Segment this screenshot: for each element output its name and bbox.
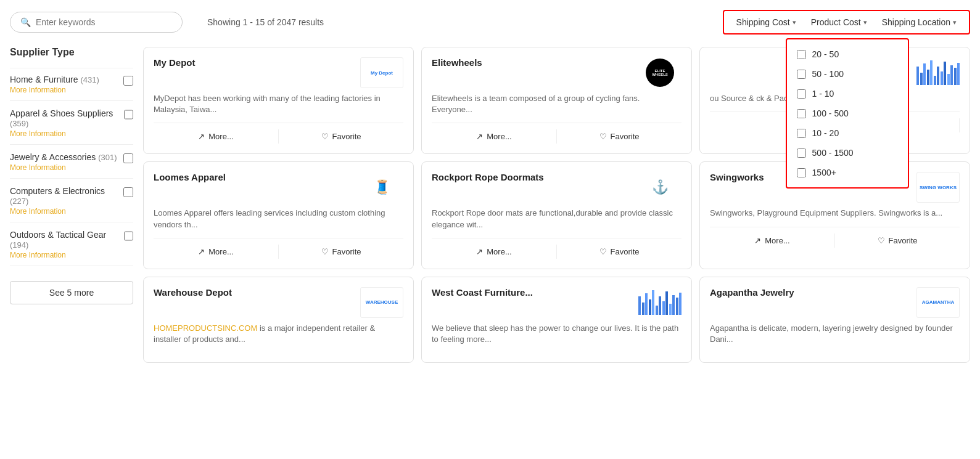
product-logo: 🧵 <box>360 172 403 203</box>
product-card: My DepotMy DepotMyDepot has been working… <box>143 47 414 154</box>
dropdown-checkbox[interactable] <box>797 50 806 59</box>
sidebar-item-more-link[interactable]: More Information <box>10 207 123 216</box>
product-card: West Coast Furniture...We believe that s… <box>421 277 692 363</box>
sidebar-item-checkbox[interactable] <box>123 187 133 197</box>
more-label: More... <box>208 132 233 141</box>
product-name: West Coast Furniture... <box>432 287 533 298</box>
product-description: Elitewheels is a team composed of a grou… <box>432 93 681 115</box>
external-link-icon: ↗ <box>754 236 761 245</box>
dropdown-option-label: 20 - 50 <box>812 49 839 59</box>
sidebar-divider <box>10 68 133 68</box>
sidebar-divider <box>10 178 133 179</box>
favorite-button[interactable]: ♡Favorite <box>557 245 681 259</box>
product-card: Agapantha JewelryAGAMANTHAAgapantha is d… <box>699 277 970 363</box>
sidebar-filter-item: Home & Furniture (431)More Information <box>10 75 133 101</box>
chevron-down-icon: ▾ <box>953 18 957 26</box>
more-label: More... <box>765 236 789 245</box>
product-card: Warehouse DepotWAREHOUSEHOMEPRODUCTSINC.… <box>143 277 414 363</box>
sidebar-item-checkbox[interactable] <box>123 153 133 163</box>
product-logo: ELITE WHEELS <box>638 57 681 88</box>
more-button[interactable]: ↗More... <box>154 245 279 259</box>
dropdown-checkbox[interactable] <box>797 129 806 138</box>
sidebar-title: Supplier Type <box>10 47 133 58</box>
product-card-header: Loomes Apparel🧵 <box>154 172 403 203</box>
sidebar-item-checkbox[interactable] <box>124 110 133 120</box>
shipping-location-filter[interactable]: Shipping Location ▾ <box>877 15 961 30</box>
sidebar-item-more-link[interactable]: More Information <box>10 86 99 94</box>
product-logo <box>916 57 960 88</box>
sidebar-item-count: (359) <box>10 119 28 128</box>
dropdown-item[interactable]: 10 - 20 <box>787 123 908 143</box>
sidebar-item-checkbox[interactable] <box>123 76 133 86</box>
favorite-button[interactable]: ♡Favorite <box>835 234 960 248</box>
product-logo: My Depot <box>360 57 403 88</box>
sidebar-item-count: (194) <box>10 240 28 250</box>
dropdown-checkbox[interactable] <box>797 70 806 79</box>
search-input[interactable] <box>36 17 172 27</box>
external-link-icon: ↗ <box>476 247 483 256</box>
favorite-button[interactable]: ♡Favorite <box>557 129 681 144</box>
sidebar-divider <box>10 222 133 222</box>
dropdown-item[interactable]: 500 - 1500 <box>787 143 908 163</box>
dropdown-option-label: 50 - 100 <box>812 69 844 79</box>
sidebar-item-label: Home & Furniture (431) <box>10 75 99 84</box>
favorite-label: Favorite <box>889 236 918 245</box>
sidebar-item-label: Jewelry & Accessories (301) <box>10 152 117 162</box>
favorite-label: Favorite <box>611 247 640 256</box>
product-actions: ↗More...♡Favorite <box>154 238 403 259</box>
more-button[interactable]: ↗More... <box>154 129 279 144</box>
sidebar-item-row: Home & Furniture (431)More Information <box>10 75 133 94</box>
dropdown-checkbox[interactable] <box>797 148 806 158</box>
see-more-button[interactable]: See 5 more <box>10 281 133 304</box>
product-name: Agapantha Jewelry <box>710 287 794 298</box>
external-link-icon: ↗ <box>198 132 205 141</box>
shipping-cost-filter[interactable]: Shipping Cost ▾ <box>731 15 801 30</box>
sidebar-item-more-link[interactable]: More Information <box>10 163 117 172</box>
favorite-button[interactable]: ♡Favorite <box>279 245 403 259</box>
dropdown-checkbox[interactable] <box>797 89 806 99</box>
favorite-button[interactable]: ♡Favorite <box>279 129 403 144</box>
dropdown-item[interactable]: 1 - 10 <box>787 84 908 104</box>
product-description: Rockport Rope door mats are functional,d… <box>432 208 681 230</box>
sidebar-filter-item: Apparel & Shoes Suppliers (359)More Info… <box>10 108 133 145</box>
product-actions: ↗More...♡Favorite <box>432 238 681 259</box>
dropdown-item[interactable]: 20 - 50 <box>787 44 908 64</box>
product-name: Rockport Rope Doormats <box>432 172 544 182</box>
sidebar-item-label: Apparel & Shoes Suppliers (359) <box>10 108 124 128</box>
sidebar-item-row: Computers & Electronics (227)More Inform… <box>10 186 133 216</box>
product-description: Loomes Apparel offers leading services i… <box>154 208 403 230</box>
product-card-header: Agapantha JewelryAGAMANTHA <box>710 287 960 318</box>
product-logo: ⚓ <box>638 172 681 203</box>
sidebar-item-count: (301) <box>98 153 117 162</box>
dropdown-checkbox[interactable] <box>797 109 806 118</box>
product-card-header: West Coast Furniture... <box>432 287 681 318</box>
product-card: Loomes Apparel🧵Loomes Apparel offers lea… <box>143 161 414 269</box>
dropdown-item[interactable]: 100 - 500 <box>787 104 908 123</box>
more-button[interactable]: ↗More... <box>432 129 557 144</box>
dropdown-item[interactable]: 1500+ <box>787 163 908 182</box>
dropdown-option-label: 1 - 10 <box>812 89 834 99</box>
sidebar-item-checkbox[interactable] <box>124 231 134 241</box>
product-cost-dropdown: 20 - 5050 - 1001 - 10100 - 50010 - 20500… <box>786 38 909 189</box>
product-actions: ↗More...♡Favorite <box>710 227 960 248</box>
dropdown-option-label: 1500+ <box>812 168 836 177</box>
product-cost-filter[interactable]: Product Cost ▾ <box>806 15 872 30</box>
product-actions: ↗More...♡Favorite <box>432 123 681 144</box>
product-card: Rockport Rope Doormats⚓Rockport Rope doo… <box>421 161 692 269</box>
dropdown-checkbox[interactable] <box>797 168 806 177</box>
more-button[interactable]: ↗More... <box>432 245 557 259</box>
product-description: MyDepot has been working with many of th… <box>154 93 403 115</box>
product-name: Swingworks <box>710 172 764 182</box>
sidebar-item-more-link[interactable]: More Information <box>10 129 124 138</box>
product-card: ElitewheelsELITE WHEELSElitewheels is a … <box>421 47 692 154</box>
chevron-down-icon: ▾ <box>863 18 867 26</box>
product-logo: SWING WORKS <box>916 172 960 203</box>
sidebar-divider <box>10 100 133 101</box>
favorite-label: Favorite <box>332 132 361 141</box>
dropdown-item[interactable]: 50 - 100 <box>787 64 908 84</box>
favorite-label: Favorite <box>611 132 640 141</box>
more-button[interactable]: ↗More... <box>710 234 835 248</box>
favorite-label: Favorite <box>332 247 361 256</box>
product-name: Elitewheels <box>432 57 482 68</box>
sidebar-item-more-link[interactable]: More Information <box>10 251 124 259</box>
